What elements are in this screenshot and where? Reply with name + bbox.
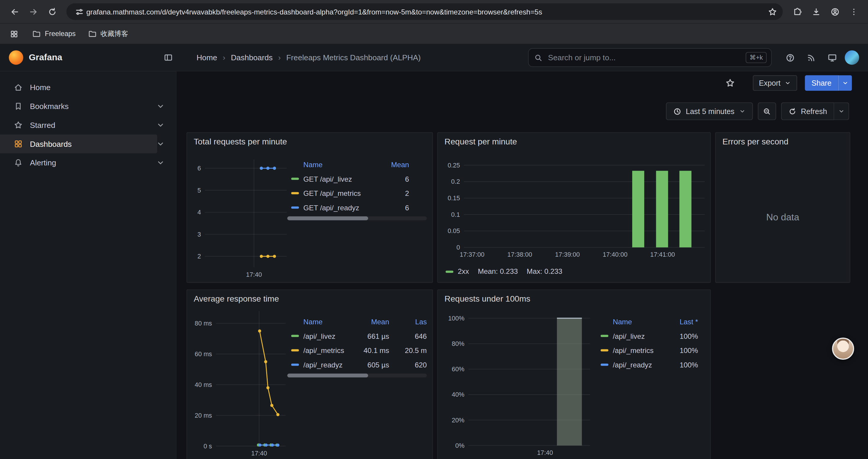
dashboards-icon bbox=[14, 139, 23, 148]
zoom-out-icon bbox=[763, 107, 771, 116]
legend-row[interactable]: /api/_livez100% bbox=[601, 329, 705, 343]
legend-row[interactable]: /api/_livez661 µs646 bbox=[291, 329, 427, 343]
svg-text:3: 3 bbox=[197, 231, 201, 238]
panel-avg-response-time: Average response time 0 s20 ms40 ms60 ms… bbox=[186, 290, 433, 459]
bookmark-folder-freeleaps[interactable]: Freeleaps bbox=[32, 29, 75, 38]
apps-grid-icon[interactable] bbox=[8, 28, 20, 40]
legend-header[interactable]: Mean bbox=[345, 318, 389, 326]
legend-row[interactable]: GET /api/_readyz6 bbox=[291, 200, 427, 215]
legend-header[interactable]: Las bbox=[389, 318, 427, 326]
svg-text:4: 4 bbox=[197, 209, 201, 216]
chevron-down-icon[interactable] bbox=[156, 121, 165, 129]
chevron-down-icon[interactable] bbox=[156, 158, 165, 167]
legend-scrollbar[interactable] bbox=[287, 374, 427, 378]
bookmark-folder-blogs[interactable]: 收藏博客 bbox=[88, 29, 128, 38]
svg-text:17:40:00: 17:40:00 bbox=[603, 251, 627, 258]
sidebar-item-dashboards[interactable]: Dashboards bbox=[0, 134, 176, 153]
legend-header[interactable]: Mean bbox=[369, 160, 427, 168]
sidebar-item-label: Alerting bbox=[30, 158, 156, 167]
refresh-button[interactable]: Refresh bbox=[781, 102, 834, 120]
url-bar[interactable]: grafana.mathmast.com/d/deytv4rwavabkb/fr… bbox=[66, 3, 783, 20]
sidebar-item-home[interactable]: Home bbox=[0, 78, 176, 97]
favorite-star-icon[interactable] bbox=[725, 78, 735, 88]
chevron-down-icon[interactable] bbox=[156, 139, 165, 148]
export-button[interactable]: Export bbox=[753, 75, 797, 91]
legend-header[interactable]: Last * bbox=[672, 318, 705, 326]
back-button[interactable] bbox=[6, 3, 23, 21]
series-value: 100% bbox=[672, 361, 705, 369]
svg-text:20 ms: 20 ms bbox=[195, 412, 212, 419]
legend-header-name[interactable]: Name bbox=[291, 318, 345, 326]
sidebar-item-bookmarks[interactable]: Bookmarks bbox=[0, 97, 176, 116]
series-value: 40.1 ms bbox=[345, 346, 389, 355]
breadcrumb-home[interactable]: Home bbox=[196, 53, 217, 62]
help-icon[interactable] bbox=[782, 49, 798, 66]
time-range-picker[interactable]: Last 5 minutes bbox=[666, 102, 753, 120]
refresh-interval-dropdown[interactable] bbox=[834, 102, 849, 120]
sidebar-item-alerting[interactable]: Alerting bbox=[0, 153, 176, 172]
legend-row[interactable]: /api/_readyz605 µs620 bbox=[291, 357, 427, 372]
chevron-down-icon bbox=[842, 80, 848, 86]
series-color-dash bbox=[601, 349, 608, 351]
svg-text:17:40: 17:40 bbox=[537, 449, 553, 456]
downloads-icon[interactable] bbox=[807, 3, 825, 21]
legend-header-name[interactable]: Name bbox=[601, 318, 672, 326]
series-value: 100% bbox=[672, 332, 705, 340]
monitor-icon[interactable] bbox=[824, 49, 840, 66]
profile-icon[interactable] bbox=[826, 3, 844, 21]
search-box[interactable]: ⌘+k bbox=[528, 48, 772, 67]
extensions-icon[interactable] bbox=[788, 3, 806, 21]
chevron-down-icon[interactable] bbox=[156, 102, 165, 111]
grafana-brand: Grafana bbox=[29, 53, 62, 63]
legend-row[interactable]: /api/_metrics40.1 ms20.5 m bbox=[291, 343, 427, 358]
grafana-logo[interactable] bbox=[9, 51, 23, 65]
svg-text:5: 5 bbox=[197, 187, 201, 194]
share-button[interactable]: Share bbox=[805, 75, 838, 91]
breadcrumb-dashboards[interactable]: Dashboards bbox=[231, 53, 272, 62]
chevron-down-icon bbox=[838, 108, 845, 114]
search-input[interactable] bbox=[547, 53, 741, 63]
legend-scrollbar[interactable] bbox=[287, 217, 427, 220]
legend-row[interactable]: GET /api/_livez6 bbox=[291, 172, 427, 186]
svg-text:20%: 20% bbox=[452, 417, 464, 424]
share-dropdown[interactable] bbox=[838, 75, 852, 91]
svg-text:17:41:00: 17:41:00 bbox=[650, 251, 675, 258]
svg-text:0.15: 0.15 bbox=[447, 195, 460, 202]
panel-request-per-minute: Request per minute 00.050.10.150.20.2517… bbox=[437, 132, 711, 283]
home-icon bbox=[14, 83, 23, 92]
sidebar-toggle-icon[interactable] bbox=[160, 50, 176, 65]
screen: grafana.mathmast.com/d/deytv4rwavabkb/fr… bbox=[0, 0, 868, 459]
bookmark-star-icon[interactable] bbox=[765, 4, 779, 19]
series-name: /api/_metrics bbox=[303, 346, 345, 355]
legend-row[interactable]: GET /api/_metrics2 bbox=[291, 186, 427, 201]
svg-text:17:39:00: 17:39:00 bbox=[555, 251, 580, 258]
shortcut-badge: ⌘+k bbox=[746, 52, 767, 63]
reload-button[interactable] bbox=[43, 3, 61, 21]
legend-row[interactable]: /api/_metrics100% bbox=[601, 343, 705, 358]
svg-text:60%: 60% bbox=[452, 366, 464, 373]
menu-icon[interactable] bbox=[845, 3, 862, 21]
site-info-icon[interactable] bbox=[72, 4, 87, 19]
svg-text:80%: 80% bbox=[452, 340, 464, 347]
dashboard-toolbar: Export Share bbox=[177, 71, 868, 95]
panel-title[interactable]: Errors per second bbox=[716, 133, 850, 146]
svg-text:0: 0 bbox=[457, 244, 460, 251]
legend-row[interactable]: /api/_readyz100% bbox=[601, 357, 705, 372]
series-name: GET /api/_metrics bbox=[303, 189, 369, 197]
user-avatar[interactable] bbox=[845, 51, 859, 65]
svg-text:40 ms: 40 ms bbox=[195, 381, 212, 388]
legend-header-name[interactable]: Name bbox=[291, 160, 369, 168]
legend-table: NameMeanLas/api/_livez661 µs646/api/_met… bbox=[291, 314, 427, 372]
legend-row[interactable]: 2xx Mean: 0.233 Max: 0.233 bbox=[445, 267, 571, 275]
panel-errors-per-second: Errors per second No data bbox=[715, 132, 850, 283]
svg-text:17:38:00: 17:38:00 bbox=[507, 251, 532, 258]
zoom-out-button[interactable] bbox=[758, 102, 776, 120]
series-color-dash bbox=[291, 349, 299, 351]
rss-icon[interactable] bbox=[803, 49, 819, 66]
series-name: /api/_readyz bbox=[303, 361, 345, 369]
series-value: 20.5 m bbox=[389, 346, 427, 355]
sidebar-item-starred[interactable]: Starred bbox=[0, 116, 176, 135]
svg-text:60 ms: 60 ms bbox=[195, 351, 212, 358]
forward-button[interactable] bbox=[24, 3, 42, 21]
floating-avatar[interactable] bbox=[832, 338, 854, 360]
